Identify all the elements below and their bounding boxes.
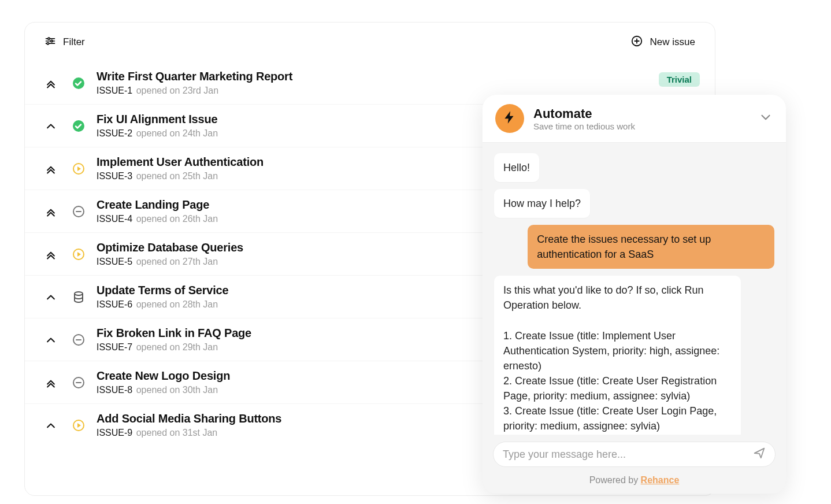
- severity-badge: Trivial: [659, 72, 700, 87]
- new-issue-button[interactable]: New issue: [630, 35, 695, 50]
- issue-id: ISSUE-6: [97, 299, 132, 309]
- issue-id: ISSUE-9: [97, 428, 132, 438]
- issue-title: Create Landing Page: [97, 198, 218, 212]
- plus-circle-icon: [630, 35, 643, 50]
- issue-opened: opened on 24th Jan: [136, 128, 218, 138]
- issue-text: Create Landing PageISSUE-4 opened on 26t…: [97, 198, 218, 224]
- chat-input-container: [493, 442, 776, 467]
- priority-highest-icon: [44, 204, 57, 219]
- issue-id: ISSUE-8: [97, 385, 132, 395]
- issue-meta: ISSUE-3 opened on 25th Jan: [97, 171, 264, 181]
- priority-high-icon: [44, 418, 57, 433]
- issue-text: Add Social Media Sharing ButtonsISSUE-9 …: [97, 412, 281, 438]
- issue-text: Optimize Database QueriesISSUE-5 opened …: [97, 241, 243, 267]
- status-progress-icon: [71, 161, 86, 176]
- status-backlog-icon: [71, 290, 86, 305]
- issue-meta: ISSUE-5 opened on 27th Jan: [97, 257, 243, 267]
- automate-chat-widget: Automate Save time on tedious work Hello…: [483, 95, 786, 494]
- filter-icon: [44, 35, 56, 49]
- issue-title: Fix Broken Link in FAQ Page: [97, 327, 251, 340]
- issue-text: Fix UI Alignment IssueISSUE-2 opened on …: [97, 113, 218, 139]
- issue-title: Optimize Database Queries: [97, 241, 243, 254]
- filter-label: Filter: [63, 36, 85, 48]
- issue-id: ISSUE-4: [97, 214, 132, 224]
- svg-marker-25: [755, 449, 765, 458]
- chat-input-bar: [483, 435, 786, 470]
- chat-message-user: Create the issues necessary to set up au…: [528, 225, 774, 269]
- chat-footer: Powered by Rehance: [483, 470, 786, 494]
- status-done-icon: [71, 76, 86, 91]
- chat-title: Automate: [533, 106, 749, 121]
- issue-id: ISSUE-7: [97, 342, 132, 352]
- toolbar: Filter New issue: [25, 23, 715, 62]
- issue-text: Implement User AuthenticationISSUE-3 ope…: [97, 155, 264, 181]
- priority-highest-icon: [44, 375, 57, 390]
- issue-meta: ISSUE-2 opened on 24th Jan: [97, 128, 218, 139]
- issue-title: Update Terms of Service: [97, 284, 228, 297]
- issue-opened: opened on 23rd Jan: [136, 86, 218, 95]
- chat-message-bot: Hello!: [494, 153, 539, 182]
- svg-point-17: [75, 292, 83, 295]
- issue-meta: ISSUE-1 opened on 23rd Jan: [97, 86, 292, 96]
- svg-point-3: [51, 40, 53, 42]
- svg-marker-23: [77, 423, 81, 428]
- issue-opened: opened on 30th Jan: [136, 385, 218, 395]
- issue-opened: opened on 27th Jan: [136, 257, 218, 266]
- chat-input[interactable]: [503, 449, 753, 461]
- chat-body[interactable]: Hello!How may I help?Create the issues n…: [483, 143, 786, 435]
- issue-meta: ISSUE-8 opened on 30th Jan: [97, 385, 230, 395]
- priority-high-icon: [44, 290, 57, 305]
- status-progress-icon: [71, 418, 86, 433]
- status-open-icon: [71, 204, 86, 219]
- issue-meta: ISSUE-4 opened on 26th Jan: [97, 214, 218, 224]
- bolt-icon: [502, 110, 517, 127]
- issue-meta: ISSUE-6 opened on 28th Jan: [97, 299, 228, 310]
- rehance-link[interactable]: Rehance: [641, 475, 680, 485]
- priority-high-icon: [44, 118, 57, 134]
- status-done-icon: [71, 118, 86, 134]
- issue-opened: opened on 26th Jan: [136, 214, 218, 224]
- filter-button[interactable]: Filter: [44, 35, 85, 49]
- status-open-icon: [71, 375, 86, 390]
- chevron-down-icon[interactable]: [758, 110, 773, 127]
- chat-header: Automate Save time on tedious work: [483, 95, 786, 143]
- svg-marker-12: [77, 166, 81, 171]
- chat-footer-prefix: Powered by: [589, 475, 641, 485]
- issue-id: ISSUE-1: [97, 86, 132, 95]
- chat-message-bot: Is this what you'd like to do? If so, cl…: [494, 276, 741, 435]
- chat-subtitle: Save time on tedious work: [533, 121, 749, 131]
- issue-opened: opened on 31st Jan: [136, 428, 218, 438]
- issue-id: ISSUE-3: [97, 171, 132, 181]
- priority-high-icon: [44, 332, 57, 347]
- issue-title: Create New Logo Design: [97, 369, 230, 383]
- issue-text: Fix Broken Link in FAQ PageISSUE-7 opene…: [97, 327, 251, 353]
- issue-meta: ISSUE-7 opened on 29th Jan: [97, 342, 251, 353]
- send-icon[interactable]: [753, 447, 766, 462]
- chat-message-bot: How may I help?: [494, 189, 590, 218]
- priority-highest-icon: [44, 161, 57, 176]
- issue-opened: opened on 29th Jan: [136, 342, 218, 352]
- svg-marker-16: [77, 252, 81, 257]
- issue-title: Implement User Authentication: [97, 155, 264, 169]
- issue-opened: opened on 28th Jan: [136, 299, 218, 309]
- issue-title: Fix UI Alignment Issue: [97, 113, 218, 126]
- issue-text: Update Terms of ServiceISSUE-6 opened on…: [97, 284, 228, 310]
- issue-text: Write First Quarter Marketing ReportISSU…: [97, 70, 292, 96]
- svg-point-5: [47, 43, 49, 45]
- status-progress-icon: [71, 247, 86, 262]
- issue-id: ISSUE-5: [97, 257, 132, 266]
- issue-opened: opened on 25th Jan: [136, 171, 218, 181]
- status-open-icon: [71, 332, 86, 347]
- issue-title: Add Social Media Sharing Buttons: [97, 412, 281, 425]
- issue-text: Create New Logo DesignISSUE-8 opened on …: [97, 369, 230, 395]
- new-issue-label: New issue: [650, 36, 695, 48]
- svg-point-1: [48, 38, 50, 39]
- automate-avatar: [495, 104, 524, 133]
- priority-highest-icon: [44, 247, 57, 262]
- priority-highest-icon: [44, 76, 57, 91]
- issue-id: ISSUE-2: [97, 128, 132, 138]
- issue-meta: ISSUE-9 opened on 31st Jan: [97, 428, 281, 438]
- issue-title: Write First Quarter Marketing Report: [97, 70, 292, 83]
